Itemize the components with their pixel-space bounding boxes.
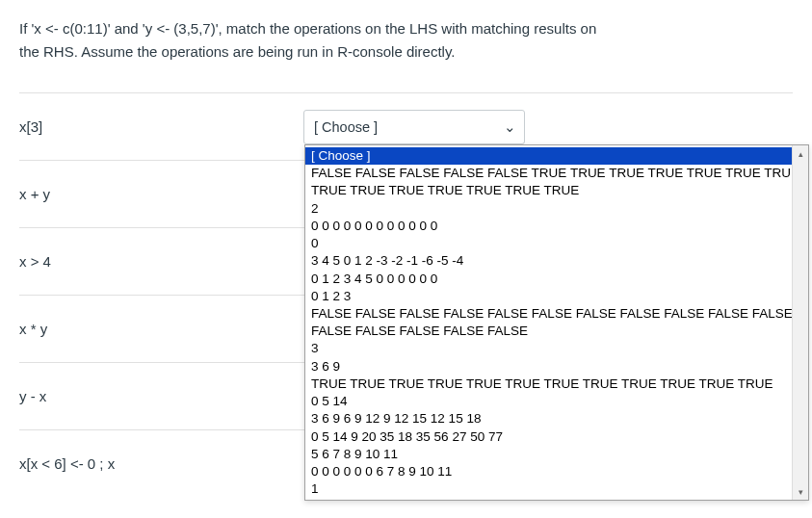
question-line-1: If 'x <- c(0:11)' and 'y <- (3,5,7)', ma… — [19, 20, 596, 37]
option-item[interactable]: 0 0 0 0 0 0 0 0 0 0 0 0 — [305, 218, 792, 235]
lhs-label: x[x < 6] <- 0 ; x — [19, 455, 303, 472]
option-item[interactable]: FALSE FALSE FALSE FALSE FALSE — [305, 323, 792, 340]
option-item[interactable]: 3 6 9 6 9 12 9 12 15 12 15 18 — [305, 410, 792, 427]
select-value: [ Choose ] — [314, 119, 378, 135]
option-item[interactable]: 1 — [305, 480, 792, 498]
chevron-down-icon: ⌄ — [504, 119, 516, 135]
option-item[interactable]: TRUE TRUE TRUE TRUE TRUE TRUE TRUE TRUE … — [305, 376, 792, 393]
dropdown-listbox[interactable]: [ Choose ] FALSE FALSE FALSE FALSE FALSE… — [304, 144, 809, 501]
answer-select-0[interactable]: [ Choose ] ⌄ — [303, 110, 525, 144]
option-item[interactable]: 3 6 9 — [305, 358, 792, 376]
option-item[interactable]: 2 — [305, 200, 792, 218]
option-item[interactable]: FALSE FALSE FALSE FALSE FALSE TRUE TRUE … — [305, 165, 792, 182]
option-item[interactable]: 3 — [305, 340, 792, 357]
lhs-label: x * y — [19, 321, 303, 337]
lhs-label: x[3] — [19, 118, 303, 135]
option-item[interactable]: 5 6 7 8 9 10 11 — [305, 446, 792, 463]
option-item[interactable]: 0 1 2 3 — [305, 288, 792, 305]
option-item[interactable]: 0 5 14 9 20 35 18 35 56 27 50 77 — [305, 428, 792, 446]
option-item[interactable]: 0 0 0 0 0 0 6 7 8 9 10 11 — [305, 463, 792, 480]
dropdown-scrollbar[interactable]: ▴ ▾ — [792, 145, 808, 500]
lhs-label: x > 4 — [19, 253, 303, 270]
option-choose[interactable]: [ Choose ] — [305, 147, 792, 165]
question-text: If 'x <- c(0:11)' and 'y <- (3,5,7)', ma… — [19, 17, 793, 64]
option-item[interactable]: TRUE TRUE TRUE TRUE TRUE TRUE TRUE — [305, 182, 792, 199]
option-item[interactable]: 0 1 2 3 4 5 0 0 0 0 0 0 — [305, 271, 792, 288]
option-item[interactable]: 0 — [305, 235, 792, 252]
lhs-label: x + y — [19, 186, 303, 202]
option-item[interactable]: 0 5 14 — [305, 393, 792, 410]
option-item[interactable]: 3 4 5 0 1 2 -3 -2 -1 -6 -5 -4 — [305, 252, 792, 270]
dropdown-options: [ Choose ] FALSE FALSE FALSE FALSE FALSE… — [305, 145, 792, 500]
scroll-down-icon[interactable]: ▾ — [793, 483, 809, 500]
option-item[interactable]: FALSE FALSE FALSE FALSE FALSE FALSE FALS… — [305, 305, 792, 323]
question-line-2: the RHS. Assume the operations are being… — [19, 43, 455, 60]
lhs-label: y - x — [19, 388, 303, 404]
scroll-up-icon[interactable]: ▴ — [793, 145, 809, 162]
